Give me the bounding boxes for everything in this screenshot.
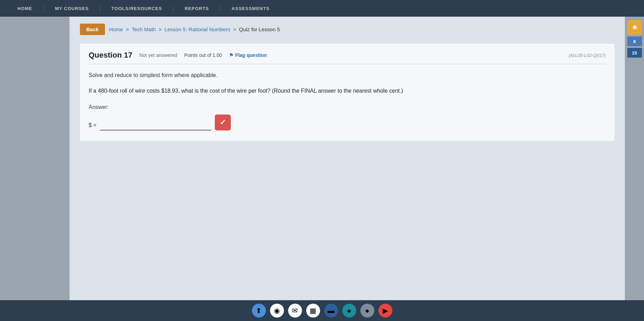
question-instruction: Solve and reduce to simplest form where … bbox=[89, 71, 606, 79]
nav-reports[interactable]: REPORTS bbox=[174, 6, 219, 11]
breadcrumb-quiz: Quiz for Lesson 5 bbox=[239, 26, 280, 32]
nav-assessments[interactable]: ASSESSMENTS bbox=[221, 6, 280, 11]
taskbar-drive-icon[interactable]: ▬ bbox=[324, 304, 338, 318]
breadcrumb-sep-2: > bbox=[158, 26, 163, 32]
nav-tools[interactable]: TOOLS/RESOURCES bbox=[101, 6, 173, 11]
question-status: Not yet answered bbox=[139, 52, 177, 58]
nav-home[interactable]: HOME bbox=[7, 6, 43, 11]
breadcrumb-row: Back Home > Tech Math > Lesson 5: Ration… bbox=[80, 24, 614, 35]
answer-row: $ = ✓ bbox=[89, 115, 606, 130]
taskbar-gmail-icon[interactable]: ✉ bbox=[288, 304, 302, 318]
answer-input[interactable] bbox=[100, 121, 211, 130]
flag-label: Flag question bbox=[235, 52, 267, 58]
sidebar-star-button[interactable]: ★ bbox=[627, 20, 642, 35]
answer-label: Answer: bbox=[89, 104, 606, 110]
flag-icon: ⚑ bbox=[229, 52, 234, 58]
breadcrumb-sep-1: > bbox=[126, 26, 130, 32]
main-area: Back Home > Tech Math > Lesson 5: Ration… bbox=[0, 17, 644, 300]
question-body: If a 480-foot roll of wire costs $18.93,… bbox=[89, 86, 606, 95]
taskbar-user-icon[interactable]: ● bbox=[360, 304, 374, 318]
sidebar-num-15[interactable]: 15 bbox=[627, 48, 642, 58]
check-icon: ✓ bbox=[220, 118, 226, 127]
breadcrumb-course[interactable]: Tech Math bbox=[132, 26, 156, 32]
taskbar-arrow-icon[interactable]: ⬆ bbox=[252, 304, 266, 318]
right-sidebar: ★ 8 15 bbox=[625, 17, 644, 300]
breadcrumb-home[interactable]: Home bbox=[109, 26, 123, 32]
question-points: Points out of 1.00 bbox=[184, 52, 222, 58]
taskbar: ⬆ ◉ ✉ ▦ ▬ ● ● ▶ bbox=[0, 300, 644, 321]
question-title: Question 17 bbox=[89, 51, 132, 60]
question-header: Question 17 Not yet answered Points out … bbox=[89, 51, 606, 64]
dollar-prefix: $ = bbox=[89, 122, 97, 128]
sidebar-num-8[interactable]: 8 bbox=[627, 36, 642, 46]
question-card: Question 17 Not yet answered Points out … bbox=[80, 44, 614, 141]
nav-bar: HOME | MY COURSES | TOOLS/RESOURCES | RE… bbox=[0, 0, 644, 17]
breadcrumb: Home > Tech Math > Lesson 5: Rational Nu… bbox=[109, 26, 280, 32]
left-sidebar bbox=[0, 17, 70, 300]
flag-question-button[interactable]: ⚑ Flag question bbox=[229, 52, 267, 58]
breadcrumb-sep-3: > bbox=[233, 26, 238, 32]
taskbar-chrome-icon[interactable]: ◉ bbox=[270, 304, 284, 318]
taskbar-meet-icon[interactable]: ● bbox=[342, 304, 356, 318]
check-answer-button[interactable]: ✓ bbox=[215, 115, 231, 130]
taskbar-youtube-icon[interactable]: ▶ bbox=[378, 304, 392, 318]
breadcrumb-lesson[interactable]: Lesson 5: Rational Numbers bbox=[164, 26, 230, 32]
content-panel: Back Home > Tech Math > Lesson 5: Ration… bbox=[70, 17, 625, 300]
back-button[interactable]: Back bbox=[80, 24, 105, 35]
nav-my-courses[interactable]: MY COURSES bbox=[44, 6, 99, 11]
question-id: (id:L05-L02-Q017) bbox=[569, 53, 606, 58]
taskbar-calendar-icon[interactable]: ▦ bbox=[306, 304, 320, 318]
